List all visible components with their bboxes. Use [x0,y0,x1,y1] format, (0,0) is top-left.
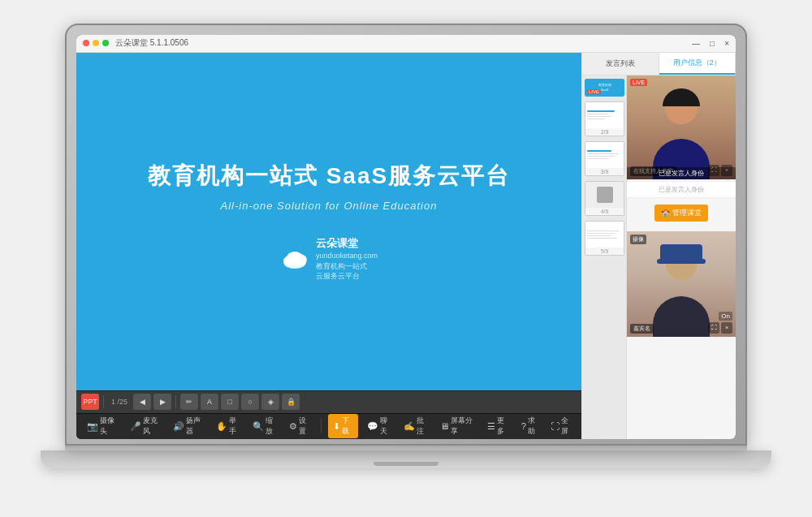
help-icon: ? [521,421,526,431]
help-label: 求助 [528,416,538,437]
person2-hat [660,244,702,259]
slide-area: 教育机构一站式 SaaS服务云平台 All-in-one Solution fo… [76,53,581,390]
help-button[interactable]: ? 求助 [517,414,542,438]
slide-thumb-5[interactable]: 5/9 [585,221,624,256]
download-icon: ⬇ [333,421,340,432]
minimize-dot[interactable] [93,40,99,46]
fullscreen-button[interactable]: ⛶ 全屏 [546,414,575,438]
app-title: 云朵课堂 5.1.1.0506 [115,37,188,49]
chat-icon: 💬 [367,421,378,432]
video-feeds: LIVE 在线支持人名字 ⛶ × 已是发言人身份 [627,75,736,439]
right-panel: 发言列表 用户信息（2） [581,53,736,439]
tab-user-info[interactable]: 用户信息（2） [659,53,736,75]
prev-slide-button[interactable]: ◀ [133,394,151,410]
more-icon: ☰ [487,421,495,432]
laptop-screen: 云朵课堂 5.1.1.0506 — □ × 教育机构一站式 SaaS服务云平台 [65,24,747,446]
presenter-label: 已是发言人身份 [627,167,736,179]
participant-video-controls: ⛶ × [708,322,732,334]
laptop-notch [374,462,438,466]
person2-body [653,296,710,337]
slide-thumb-1[interactable]: 教育机构 SaaS LIVE 1/9 [585,79,624,97]
settings-button[interactable]: ⚙ 设置 [285,414,314,438]
close-dot[interactable] [83,40,89,46]
presenter-video [627,75,736,179]
thumb-num-3: 3/9 [585,168,624,175]
participant-name: 嘉宾名 [630,324,654,334]
rect-tool-button[interactable]: □ [221,394,239,410]
slide-thumbnails[interactable]: 教育机构 SaaS LIVE 1/9 [582,75,627,439]
download-button[interactable]: ⬇ 下载 [328,414,358,438]
titlebar-right-buttons: — □ × [692,39,729,48]
participant-ctrl-1[interactable]: ⛶ [708,322,719,334]
screen-inner: 云朵课堂 5.1.1.0506 — □ × 教育机构一站式 SaaS服务云平台 [76,35,736,439]
screen-share-button[interactable]: 🖥 屏幕分享 [436,414,478,438]
ppt-button[interactable]: PPT [81,394,99,410]
slide-thumb-2[interactable]: 2/9 [585,101,624,136]
thumb-num-5: 5/9 [585,248,624,255]
slide-thumb-4[interactable]: 4/9 [585,181,624,216]
titlebar-controls [83,40,109,46]
toolbar-separator-1 [103,395,104,408]
mic-button[interactable]: 🎤 麦克风 [126,414,164,438]
download-label: 下载 [342,416,353,437]
logo-text: 云朵课堂 yunduoketang.com 教育机构一站式 云服务云平台 [316,236,378,282]
thumb-num-1: 1/9 [585,96,624,97]
speaker-label: 扬声器 [186,416,203,437]
main-content: 教育机构一站式 SaaS服务云平台 All-in-one Solution fo… [76,53,581,439]
notes-button[interactable]: ✍ 批注 [400,414,431,438]
thumb-num-2: 2/9 [585,128,624,136]
page-info: 1 /25 [108,398,131,406]
app-body: 教育机构一站式 SaaS服务云平台 All-in-one Solution fo… [76,53,736,439]
manage-class-button[interactable]: 🏫 管理课堂 [654,205,708,222]
bottom-toolbar: 📷 摄像头 🎤 麦克风 🔊 扬声器 [76,413,581,439]
participant-ctrl-2[interactable]: × [721,322,732,334]
next-slide-button[interactable]: ▶ [153,394,171,410]
zoom-icon: 🔍 [253,421,264,432]
video-feed-presenter: LIVE 在线支持人名字 ⛶ × 已是发言人身份 [627,75,736,181]
fullscreen-label: 全屏 [561,416,571,437]
chat-button[interactable]: 💬 聊天 [363,414,395,438]
presenter-message: 已是发言人身份 [659,186,704,193]
participant-status: 摄像 [630,235,646,244]
speaker-button[interactable]: 🔊 扬声器 [169,414,207,438]
logo-tagline-1: 教育机构一站式 [316,261,378,272]
toolbar-right: ? 求助 ⛶ 全屏 [517,414,575,438]
panel-body: 教育机构 SaaS LIVE 1/9 [582,75,736,439]
app-titlebar: 云朵课堂 5.1.1.0506 — □ × [76,35,736,53]
lock-button[interactable]: 🔒 [282,394,300,410]
settings-label: 设置 [299,416,310,437]
fullscreen-icon: ⛶ [551,421,559,431]
zoom-button[interactable]: 🔍 缩放 [248,414,280,438]
live-status: LIVE [630,79,647,86]
pen-tool-button[interactable]: ✏ [180,394,198,410]
svg-point-3 [287,252,303,265]
eraser-tool-button[interactable]: ◈ [261,394,279,410]
minimize-button[interactable]: — [692,39,700,48]
laptop-base [41,450,771,468]
slide-thumb-3[interactable]: 3/9 [585,141,624,176]
maximize-button[interactable]: □ [710,39,715,48]
raise-hand-label: 举手 [229,416,240,437]
camera-button[interactable]: 📷 摄像头 [83,414,121,438]
app-window: 云朵课堂 5.1.1.0506 — □ × 教育机构一站式 SaaS服务云平台 [76,35,736,439]
slide-logo: 云朵课堂 yunduoketang.com 教育机构一站式 云服务云平台 [280,236,378,282]
panel-mid-area: 已是发言人身份 [627,181,736,198]
manage-label: 管理课堂 [672,208,702,218]
more-button[interactable]: ☰ 更多 [483,414,512,438]
raise-hand-button[interactable]: ✋ 举手 [212,414,244,438]
maximize-dot[interactable] [102,40,109,46]
tab-speaker-list[interactable]: 发言列表 [582,53,659,75]
text-tool-button[interactable]: A [201,394,218,410]
close-button[interactable]: × [724,39,729,48]
manage-btn-container: 🏫 管理课堂 [627,198,736,228]
logo-site: yunduoketang.com [316,251,378,261]
manage-icon: 🏫 [661,209,670,217]
thumb-num-4: 4/9 [585,208,624,215]
circle-tool-button[interactable]: ○ [241,394,259,410]
person1-hair [663,88,700,106]
logo-tagline-2: 云服务云平台 [316,271,378,282]
screen-share-label: 屏幕分享 [451,416,474,437]
notes-icon: ✍ [404,421,415,432]
on-label: On [719,312,732,321]
laptop-wrapper: 云朵课堂 5.1.1.0506 — □ × 教育机构一站式 SaaS服务云平台 [57,24,755,494]
